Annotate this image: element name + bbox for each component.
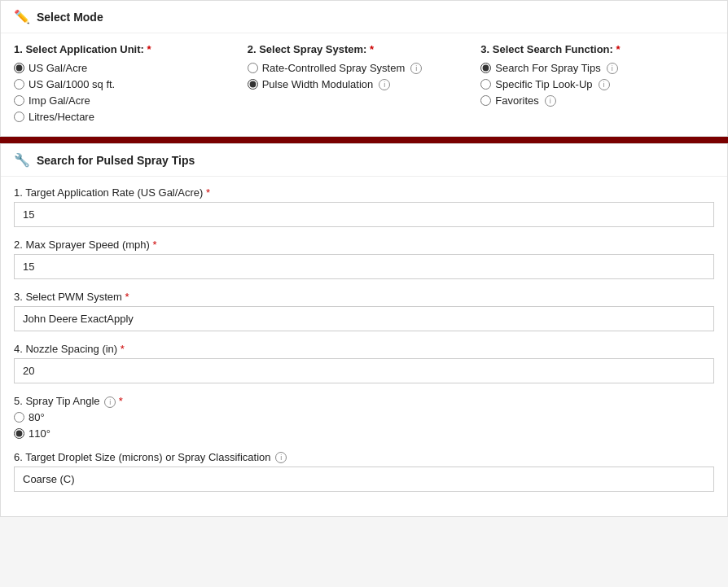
dark-divider (0, 137, 728, 143)
radio-pwm-input[interactable] (248, 79, 258, 90)
label-max-sprayer-speed: 2. Max Sprayer Speed (mph) * (14, 239, 714, 251)
specific-tip-info-icon[interactable]: i (599, 79, 610, 90)
pwm-info-icon[interactable]: i (379, 79, 390, 90)
input-pwm-system[interactable] (14, 306, 714, 331)
radio-us-gal-sqft-input[interactable] (14, 79, 24, 90)
col-spray-system: 2. Select Spray System: * Rate-Controlle… (248, 43, 481, 123)
wrench-icon: 🔧 (14, 152, 30, 168)
col1-radio-group: US Gal/Acre US Gal/1000 sq ft. Imp Gal/A… (14, 62, 231, 123)
spray-tip-angle-radio-group: 80° 110° (14, 411, 714, 440)
field-spray-tip-angle: 5. Spray Tip Angle i * 80° 110° (14, 395, 714, 440)
col-application-unit: 1. Select Application Unit: * US Gal/Acr… (14, 43, 248, 123)
select-mode-header: ✏️ Select Mode (1, 1, 727, 33)
field-nozzle-spacing: 4. Nozzle Spacing (in) * (14, 343, 714, 383)
field5-required: * (119, 395, 123, 407)
radio-favorites-input[interactable] (480, 95, 491, 106)
select-mode-title: Select Mode (37, 11, 103, 24)
select-mode-body: 1. Select Application Unit: * US Gal/Acr… (1, 33, 727, 136)
radio-rate-controlled-input[interactable] (248, 63, 258, 73)
col3-radio-group: Search For Spray Tips i Specific Tip Loo… (480, 62, 698, 107)
radio-pwm[interactable]: Pulse Width Modulation i (248, 78, 465, 90)
radio-pwm-label: Pulse Width Modulation (262, 78, 374, 90)
rate-controlled-info-icon[interactable]: i (410, 63, 422, 74)
field-target-app-rate: 1. Target Application Rate (US Gal/Acre)… (14, 186, 714, 227)
field2-required: * (153, 239, 157, 251)
label-spray-tip-angle: 5. Spray Tip Angle i * (14, 395, 714, 408)
spray-tip-angle-info-icon[interactable]: i (104, 396, 116, 408)
input-target-droplet-size[interactable] (14, 467, 714, 492)
radio-litres-hectare[interactable]: Litres/Hectare (14, 111, 231, 123)
col-search-function: 3. Select Search Function: * Search For … (480, 43, 714, 123)
col3-label: 3. Select Search Function: * (480, 43, 698, 55)
radio-imp-gal-acre[interactable]: Imp Gal/Acre (14, 94, 231, 107)
radio-us-gal-acre[interactable]: US Gal/Acre (14, 62, 231, 74)
radio-favorites-label: Favorites (495, 94, 538, 107)
field-max-sprayer-speed: 2. Max Sprayer Speed (mph) * (14, 239, 714, 279)
radio-specific-tip-input[interactable] (480, 79, 491, 90)
radio-favorites[interactable]: Favorites i (480, 94, 698, 107)
droplet-size-info-icon[interactable]: i (275, 452, 287, 463)
field1-required: * (206, 186, 210, 199)
search-section: 🔧 Search for Pulsed Spray Tips 1. Target… (0, 143, 728, 517)
pencil-icon: ✏️ (14, 9, 30, 24)
input-nozzle-spacing[interactable] (14, 358, 714, 383)
field3-required: * (125, 291, 129, 303)
label-nozzle-spacing: 4. Nozzle Spacing (in) * (14, 343, 714, 355)
radio-110-deg-label: 110° (29, 427, 50, 440)
favorites-info-icon[interactable]: i (545, 95, 556, 107)
radio-80-deg[interactable]: 80° (14, 411, 714, 423)
select-mode-section: ✏️ Select Mode 1. Select Application Uni… (0, 0, 728, 137)
col3-required: * (613, 43, 621, 55)
radio-80-deg-input[interactable] (14, 412, 24, 423)
radio-110-deg-input[interactable] (14, 428, 24, 439)
radio-110-deg[interactable]: 110° (14, 427, 714, 440)
radio-specific-tip[interactable]: Specific Tip Look-Up i (480, 78, 698, 90)
search-section-header: 🔧 Search for Pulsed Spray Tips (1, 144, 727, 177)
field-pwm-system: 3. Select PWM System * (14, 291, 714, 331)
input-max-sprayer-speed[interactable] (14, 254, 714, 279)
radio-specific-tip-label: Specific Tip Look-Up (495, 78, 592, 90)
radio-imp-gal-acre-input[interactable] (14, 95, 24, 106)
radio-search-spray-tips-input[interactable] (480, 63, 491, 73)
col2-radio-group: Rate-Controlled Spray System i Pulse Wid… (248, 62, 465, 90)
col1-required: * (144, 43, 151, 55)
search-form-body: 1. Target Application Rate (US Gal/Acre)… (1, 177, 727, 516)
col2-required: * (366, 43, 374, 55)
label-target-droplet-size: 6. Target Droplet Size (microns) or Spra… (14, 451, 714, 464)
radio-rate-controlled[interactable]: Rate-Controlled Spray System i (248, 62, 465, 74)
search-section-title: Search for Pulsed Spray Tips (37, 154, 195, 167)
radio-litres-hectare-label: Litres/Hectare (29, 111, 94, 123)
radio-imp-gal-acre-label: Imp Gal/Acre (29, 94, 90, 107)
radio-rate-controlled-label: Rate-Controlled Spray System (262, 62, 406, 74)
field4-required: * (121, 343, 125, 355)
radio-litres-hectare-input[interactable] (14, 112, 24, 122)
col1-label: 1. Select Application Unit: * (14, 43, 231, 55)
radio-us-gal-sqft[interactable]: US Gal/1000 sq ft. (14, 78, 231, 90)
radio-80-deg-label: 80° (29, 411, 45, 423)
radio-us-gal-acre-input[interactable] (14, 63, 24, 73)
radio-us-gal-acre-label: US Gal/Acre (29, 62, 87, 74)
label-target-app-rate: 1. Target Application Rate (US Gal/Acre)… (14, 186, 714, 199)
input-target-app-rate[interactable] (14, 202, 714, 227)
col2-label: 2. Select Spray System: * (248, 43, 465, 55)
radio-search-spray-tips-label: Search For Spray Tips (495, 62, 600, 74)
radio-us-gal-sqft-label: US Gal/1000 sq ft. (29, 78, 115, 90)
search-spray-tips-info-icon[interactable]: i (607, 63, 618, 74)
radio-search-spray-tips[interactable]: Search For Spray Tips i (480, 62, 698, 74)
label-pwm-system: 3. Select PWM System * (14, 291, 714, 303)
field-target-droplet-size: 6. Target Droplet Size (microns) or Spra… (14, 451, 714, 493)
